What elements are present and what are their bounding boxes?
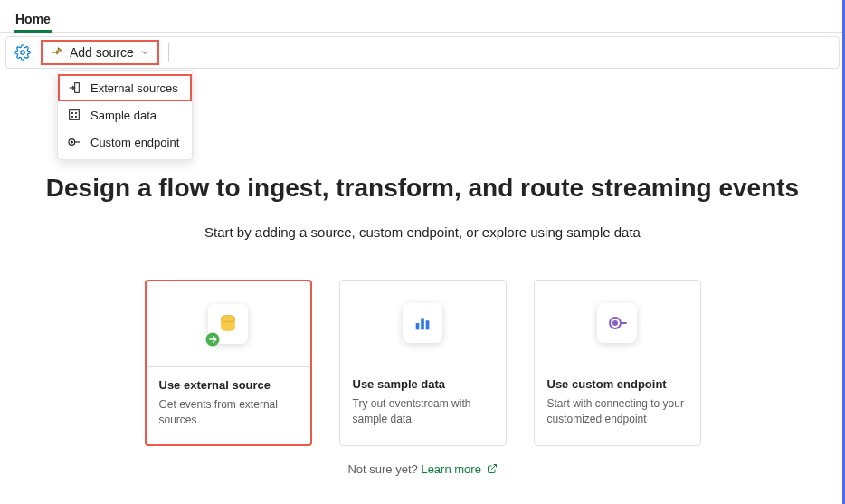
- card-description: Try out eventstream with sample data: [353, 396, 493, 427]
- dropdown-item-custom-endpoint[interactable]: Custom endpoint: [58, 128, 192, 156]
- svg-point-4: [75, 112, 76, 113]
- svg-rect-14: [426, 320, 430, 329]
- footer-prompt: Not sure yet?: [347, 462, 421, 476]
- add-source-icon: [50, 45, 64, 60]
- gear-icon[interactable]: [14, 43, 32, 62]
- dropdown-item-label: Sample data: [90, 109, 157, 122]
- external-link-icon: [487, 463, 498, 474]
- add-source-dropdown: External sources Sample data Custom endp…: [57, 70, 193, 160]
- add-source-button[interactable]: Add source: [41, 40, 159, 65]
- card-body: Use sample data Try out eventstream with…: [340, 366, 506, 443]
- page-subtitle: Start by adding a source, custom endpoin…: [0, 224, 845, 240]
- footer-text: Not sure yet? Learn more: [0, 462, 845, 476]
- svg-point-16: [613, 321, 617, 325]
- card-external-source[interactable]: Use external source Get events from exte…: [145, 280, 312, 446]
- tab-home[interactable]: Home: [14, 5, 52, 33]
- svg-rect-12: [416, 323, 420, 329]
- learn-more-link[interactable]: Learn more: [421, 462, 497, 476]
- toolbar-divider: [168, 43, 169, 62]
- add-source-label: Add source: [70, 45, 134, 60]
- endpoint-icon: [597, 303, 637, 343]
- svg-point-8: [71, 141, 72, 143]
- custom-endpoint-icon: [67, 135, 81, 149]
- card-title: Use custom endpoint: [547, 377, 688, 391]
- bar-chart-icon: [403, 303, 442, 343]
- card-title: Use external source: [159, 378, 298, 392]
- card-icon-area: [340, 281, 506, 366]
- svg-rect-13: [421, 319, 424, 330]
- sample-data-icon: [67, 108, 81, 122]
- card-description: Start with connecting to your customized…: [547, 396, 688, 427]
- external-sources-icon: [67, 81, 81, 95]
- svg-line-17: [491, 464, 497, 470]
- svg-rect-2: [70, 110, 80, 120]
- toolbar: Add source: [5, 36, 840, 69]
- dropdown-item-sample-data[interactable]: Sample data: [58, 101, 192, 128]
- svg-point-0: [21, 51, 25, 55]
- svg-point-5: [71, 116, 72, 117]
- card-icon-area: [147, 281, 310, 367]
- dropdown-item-label: Custom endpoint: [90, 136, 179, 149]
- chevron-down-icon: [139, 47, 150, 58]
- card-body: Use external source Get events from exte…: [147, 367, 310, 444]
- card-custom-endpoint[interactable]: Use custom endpoint Start with connectin…: [534, 280, 701, 446]
- svg-point-3: [71, 112, 72, 113]
- svg-rect-1: [75, 83, 80, 93]
- page-heading: Design a flow to ingest, transform, and …: [0, 174, 845, 203]
- card-sample-data[interactable]: Use sample data Try out eventstream with…: [339, 280, 507, 446]
- card-title: Use sample data: [353, 377, 493, 391]
- dropdown-item-label: External sources: [90, 81, 178, 95]
- card-body: Use custom endpoint Start with connectin…: [535, 366, 700, 443]
- dropdown-item-external-sources[interactable]: External sources: [58, 74, 192, 101]
- card-icon-area: [535, 281, 700, 366]
- database-arrow-icon: [208, 304, 248, 344]
- card-description: Get events from external sources: [159, 397, 298, 428]
- tab-bar: Home: [0, 0, 845, 33]
- svg-point-6: [75, 116, 76, 117]
- cards-row: Use external source Get events from exte…: [0, 280, 845, 446]
